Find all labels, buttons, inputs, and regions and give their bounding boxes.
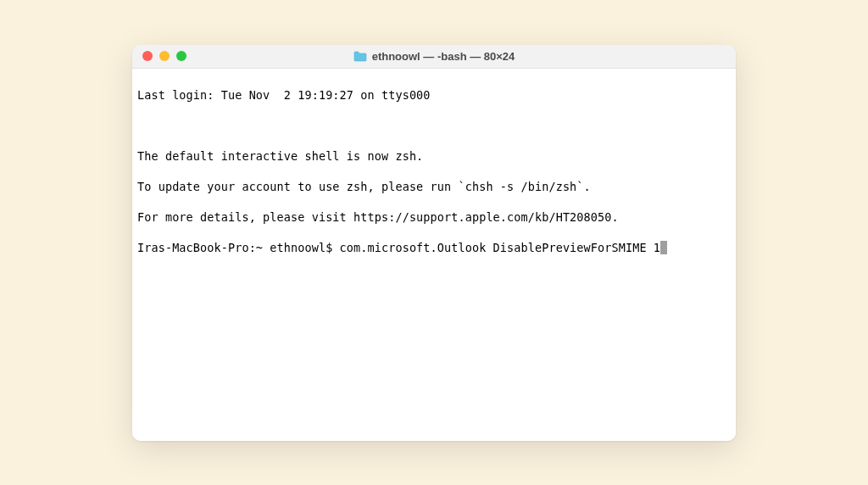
terminal-line: Last login: Tue Nov 2 19:19:27 on ttys00… <box>137 87 731 103</box>
prompt-line: Iras-MacBook-Pro:~ ethnoowl$ com.microso… <box>137 240 731 255</box>
window-title: ethnoowl — -bash — 80×24 <box>372 50 515 63</box>
close-button[interactable] <box>142 51 153 61</box>
folder-icon <box>353 51 367 61</box>
shell-prompt: Iras-MacBook-Pro:~ ethnoowl$ <box>137 240 340 255</box>
maximize-button[interactable] <box>176 51 186 61</box>
terminal-window: ethnoowl — -bash — 80×24 Last login: Tue… <box>132 45 736 441</box>
title-container: ethnoowl — -bash — 80×24 <box>132 50 736 63</box>
traffic-lights <box>142 51 186 61</box>
cursor <box>660 241 667 254</box>
terminal-content[interactable]: Last login: Tue Nov 2 19:19:27 on ttys00… <box>132 69 736 441</box>
title-bar: ethnoowl — -bash — 80×24 <box>132 45 736 69</box>
terminal-blank-line <box>137 118 731 133</box>
terminal-line: For more details, please visit https://s… <box>137 209 731 225</box>
command-input[interactable]: com.microsoft.Outlook DisablePreviewForS… <box>340 240 660 255</box>
terminal-line: The default interactive shell is now zsh… <box>137 148 731 164</box>
terminal-line: To update your account to use zsh, pleas… <box>137 179 731 194</box>
minimize-button[interactable] <box>159 51 170 61</box>
